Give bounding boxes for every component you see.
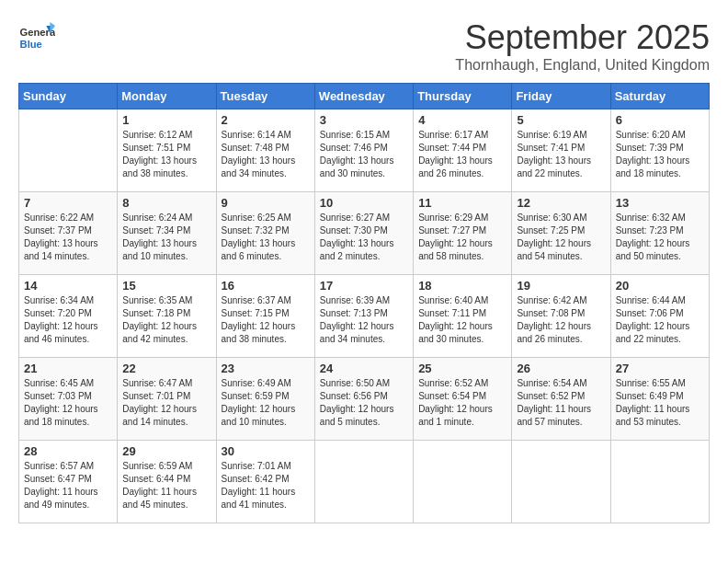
calendar-cell: 19Sunrise: 6:42 AMSunset: 7:08 PMDayligh… [512, 275, 610, 358]
calendar-cell: 20Sunrise: 6:44 AMSunset: 7:06 PMDayligh… [610, 275, 709, 358]
calendar-header-saturday: Saturday [610, 84, 709, 109]
calendar-cell: 4Sunrise: 6:17 AMSunset: 7:44 PMDaylight… [414, 109, 512, 192]
day-number: 2 [222, 113, 310, 127]
calendar-cell: 12Sunrise: 6:30 AMSunset: 7:25 PMDayligh… [512, 192, 610, 275]
day-number: 28 [24, 444, 112, 458]
calendar-cell: 18Sunrise: 6:40 AMSunset: 7:11 PMDayligh… [414, 275, 512, 358]
calendar-cell: 14Sunrise: 6:34 AMSunset: 7:20 PMDayligh… [19, 275, 118, 358]
day-number: 27 [616, 362, 704, 375]
day-info: Sunrise: 6:29 AMSunset: 7:27 PMDaylight:… [418, 212, 506, 263]
day-info: Sunrise: 6:22 AMSunset: 7:37 PMDaylight:… [24, 212, 112, 263]
calendar-cell [414, 441, 512, 523]
day-info: Sunrise: 6:30 AMSunset: 7:25 PMDaylight:… [517, 212, 605, 263]
calendar-cell: 1Sunrise: 6:12 AMSunset: 7:51 PMDaylight… [118, 109, 216, 192]
day-number: 3 [320, 113, 408, 127]
logo: General Blue [18, 18, 59, 55]
calendar-cell: 2Sunrise: 6:14 AMSunset: 7:48 PMDaylight… [216, 109, 314, 192]
day-number: 18 [418, 279, 506, 293]
day-number: 14 [24, 279, 112, 293]
day-number: 15 [122, 279, 210, 293]
calendar-header-row: SundayMondayTuesdayWednesdayThursdayFrid… [19, 84, 710, 109]
day-number: 13 [616, 196, 704, 210]
day-number: 12 [517, 196, 605, 210]
day-info: Sunrise: 6:54 AMSunset: 6:52 PMDaylight:… [517, 377, 605, 429]
day-number: 23 [222, 362, 310, 375]
calendar-cell: 28Sunrise: 6:57 AMSunset: 6:47 PMDayligh… [19, 441, 118, 523]
page-header: General Blue September 2025 Thornhaugh, … [18, 18, 710, 74]
week-row-3: 14Sunrise: 6:34 AMSunset: 7:20 PMDayligh… [19, 275, 710, 358]
day-number: 5 [517, 113, 605, 127]
calendar-cell: 9Sunrise: 6:25 AMSunset: 7:32 PMDaylight… [216, 192, 314, 275]
day-number: 21 [24, 362, 112, 375]
calendar-cell: 7Sunrise: 6:22 AMSunset: 7:37 PMDaylight… [19, 192, 118, 275]
day-number: 25 [418, 362, 506, 375]
day-info: Sunrise: 6:55 AMSunset: 6:49 PMDaylight:… [616, 377, 704, 429]
day-info: Sunrise: 6:25 AMSunset: 7:32 PMDaylight:… [222, 212, 310, 263]
day-info: Sunrise: 6:15 AMSunset: 7:46 PMDaylight:… [320, 129, 408, 180]
day-info: Sunrise: 6:27 AMSunset: 7:30 PMDaylight:… [320, 212, 408, 263]
calendar-header-friday: Friday [512, 84, 610, 109]
calendar-cell: 16Sunrise: 6:37 AMSunset: 7:15 PMDayligh… [216, 275, 314, 358]
day-info: Sunrise: 7:01 AMSunset: 6:42 PMDaylight:… [222, 460, 310, 511]
svg-text:Blue: Blue [20, 39, 42, 50]
day-info: Sunrise: 6:19 AMSunset: 7:41 PMDaylight:… [517, 129, 605, 180]
calendar-cell: 22Sunrise: 6:47 AMSunset: 7:01 PMDayligh… [118, 358, 216, 441]
day-info: Sunrise: 6:17 AMSunset: 7:44 PMDaylight:… [418, 129, 506, 180]
week-row-1: 1Sunrise: 6:12 AMSunset: 7:51 PMDaylight… [19, 109, 710, 192]
day-number: 24 [320, 362, 408, 375]
day-number: 11 [418, 196, 506, 210]
calendar-cell: 6Sunrise: 6:20 AMSunset: 7:39 PMDaylight… [610, 109, 709, 192]
day-info: Sunrise: 6:49 AMSunset: 6:59 PMDaylight:… [222, 377, 310, 429]
calendar-header-wednesday: Wednesday [314, 84, 413, 109]
day-number: 8 [122, 196, 210, 210]
day-info: Sunrise: 6:50 AMSunset: 6:56 PMDaylight:… [320, 377, 408, 429]
calendar-cell [512, 441, 610, 523]
day-number: 1 [122, 113, 210, 127]
day-info: Sunrise: 6:42 AMSunset: 7:08 PMDaylight:… [517, 294, 605, 346]
day-number: 7 [24, 196, 112, 210]
day-info: Sunrise: 6:32 AMSunset: 7:23 PMDaylight:… [616, 212, 704, 263]
day-info: Sunrise: 6:59 AMSunset: 6:44 PMDaylight:… [122, 460, 210, 511]
day-number: 26 [517, 362, 605, 375]
day-info: Sunrise: 6:35 AMSunset: 7:18 PMDaylight:… [122, 294, 210, 346]
day-number: 4 [418, 113, 506, 127]
day-number: 6 [616, 113, 704, 127]
day-number: 16 [222, 279, 310, 293]
calendar-cell: 13Sunrise: 6:32 AMSunset: 7:23 PMDayligh… [610, 192, 709, 275]
calendar-cell: 24Sunrise: 6:50 AMSunset: 6:56 PMDayligh… [314, 358, 413, 441]
day-number: 9 [222, 196, 310, 210]
calendar-header-sunday: Sunday [19, 84, 118, 109]
calendar-cell: 3Sunrise: 6:15 AMSunset: 7:46 PMDaylight… [314, 109, 413, 192]
calendar-cell: 23Sunrise: 6:49 AMSunset: 6:59 PMDayligh… [216, 358, 314, 441]
day-number: 29 [122, 444, 210, 458]
calendar-cell: 27Sunrise: 6:55 AMSunset: 6:49 PMDayligh… [610, 358, 709, 441]
calendar-table: SundayMondayTuesdayWednesdayThursdayFrid… [18, 83, 710, 523]
title-block: September 2025 Thornhaugh, England, Unit… [455, 18, 710, 74]
day-info: Sunrise: 6:12 AMSunset: 7:51 PMDaylight:… [122, 129, 210, 180]
calendar-cell: 30Sunrise: 7:01 AMSunset: 6:42 PMDayligh… [216, 441, 314, 523]
day-info: Sunrise: 6:34 AMSunset: 7:20 PMDaylight:… [24, 294, 112, 346]
calendar-cell: 29Sunrise: 6:59 AMSunset: 6:44 PMDayligh… [118, 441, 216, 523]
location: Thornhaugh, England, United Kingdom [455, 57, 710, 74]
calendar-cell: 15Sunrise: 6:35 AMSunset: 7:18 PMDayligh… [118, 275, 216, 358]
week-row-5: 28Sunrise: 6:57 AMSunset: 6:47 PMDayligh… [19, 441, 710, 523]
week-row-2: 7Sunrise: 6:22 AMSunset: 7:37 PMDaylight… [19, 192, 710, 275]
calendar-cell [610, 441, 709, 523]
day-number: 30 [222, 444, 310, 458]
day-number: 19 [517, 279, 605, 293]
calendar-cell: 21Sunrise: 6:45 AMSunset: 7:03 PMDayligh… [19, 358, 118, 441]
day-info: Sunrise: 6:44 AMSunset: 7:06 PMDaylight:… [616, 294, 704, 346]
calendar-cell [19, 109, 118, 192]
day-number: 20 [616, 279, 704, 293]
day-info: Sunrise: 6:20 AMSunset: 7:39 PMDaylight:… [616, 129, 704, 180]
calendar-cell: 26Sunrise: 6:54 AMSunset: 6:52 PMDayligh… [512, 358, 610, 441]
day-number: 10 [320, 196, 408, 210]
day-info: Sunrise: 6:47 AMSunset: 7:01 PMDaylight:… [122, 377, 210, 429]
day-number: 17 [320, 279, 408, 293]
calendar-cell [314, 441, 413, 523]
day-info: Sunrise: 6:45 AMSunset: 7:03 PMDaylight:… [24, 377, 112, 429]
day-info: Sunrise: 6:57 AMSunset: 6:47 PMDaylight:… [24, 460, 112, 511]
day-info: Sunrise: 6:14 AMSunset: 7:48 PMDaylight:… [222, 129, 310, 180]
calendar-cell: 17Sunrise: 6:39 AMSunset: 7:13 PMDayligh… [314, 275, 413, 358]
calendar-cell: 5Sunrise: 6:19 AMSunset: 7:41 PMDaylight… [512, 109, 610, 192]
